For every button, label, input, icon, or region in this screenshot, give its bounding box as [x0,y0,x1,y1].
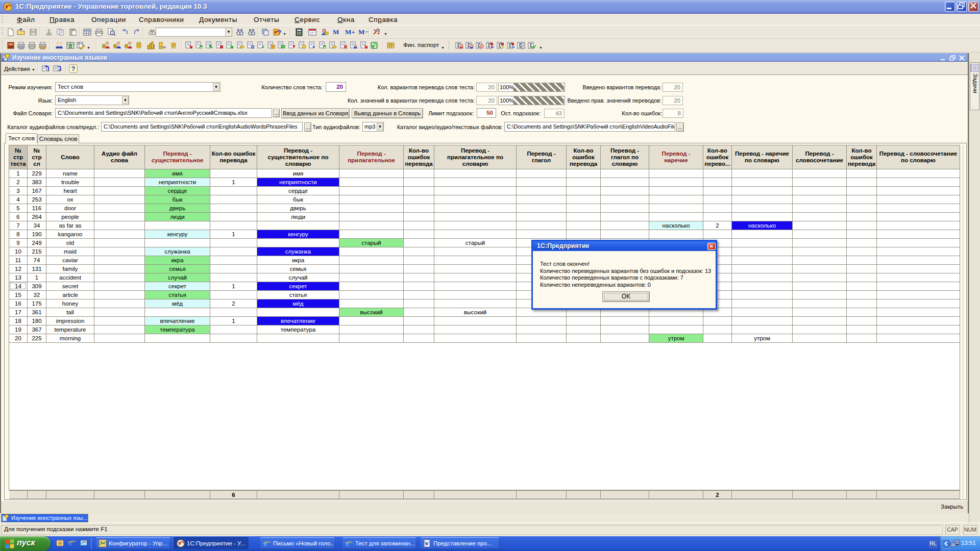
svg-text:e: e [346,539,350,547]
svg-text:e: e [69,538,73,547]
svg-text:?: ? [278,29,281,36]
svg-text:e: e [264,539,267,547]
